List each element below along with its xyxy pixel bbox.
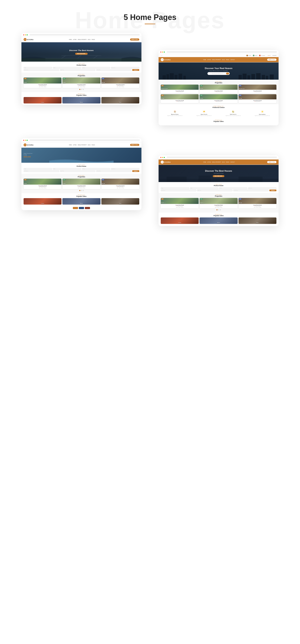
search4-minrooms[interactable]: Min Rooms — [161, 190, 196, 191]
city-card-madrid[interactable]: Madrid — [62, 97, 100, 104]
city3-card-paris[interactable]: Paris — [101, 198, 139, 204]
page-dot-2[interactable] — [81, 89, 82, 90]
page4-dot-3[interactable] — [220, 209, 221, 210]
page3-dot-2[interactable] — [81, 190, 82, 191]
nav2-contact[interactable]: CONTACT — [230, 59, 235, 60]
search4-button[interactable]: SEARCH — [269, 190, 277, 191]
page4-dot-2[interactable] — [218, 209, 219, 210]
search-offices[interactable]: Offices — [82, 67, 110, 69]
nav4-single[interactable]: SINGLE PROPERTY — [212, 162, 221, 163]
prop2-card-3[interactable]: New $40,000 $55,000 Luxury Home Family 📍… — [239, 84, 277, 94]
nav-link-blog[interactable]: BLOG — [88, 39, 91, 40]
search3-other[interactable]: Other Price — [96, 170, 132, 172]
search4-type[interactable]: Type — [161, 188, 189, 189]
search-button[interactable]: SEARCH — [132, 69, 139, 71]
page-dot-3[interactable] — [83, 89, 84, 90]
search-maxprice[interactable]: Max Price — [60, 69, 95, 71]
nav3-listing[interactable]: LISTING — [73, 144, 77, 146]
page4-dot-1[interactable] — [216, 209, 217, 210]
nav2-pages[interactable]: PAGES — [226, 59, 229, 60]
nav-link-home[interactable]: HOME — [69, 39, 72, 40]
prop2-card-5[interactable]: Rent $35,000 Luxury Home Family 📍 Sydney… — [199, 94, 237, 103]
search-bar-button[interactable]: › — [226, 72, 229, 74]
why-title-2: Buyers Trust Us — [191, 114, 217, 115]
nav-link-pages[interactable]: PAGES — [92, 39, 95, 40]
nav3-home[interactable]: HOME — [69, 144, 72, 146]
search-minrooms[interactable]: Min Rooms — [23, 69, 59, 71]
svg-line-3 — [93, 56, 98, 58]
nav3-pages[interactable]: PAGES — [92, 144, 95, 146]
nav-cta-button[interactable]: MAKE A CALL — [130, 38, 139, 40]
search3-button[interactable]: SEARCH — [132, 170, 139, 172]
search3-state[interactable]: State — [53, 168, 81, 170]
mockup1-hero-btn[interactable]: DISCOVER MORE › — [75, 53, 87, 55]
search-bar-input[interactable]: Search property by keyword... — [209, 73, 226, 74]
prop4-card-3[interactable]: New $90,000 Luxury Home Family 📍 Sydney,… — [239, 198, 277, 208]
mockup4-hero-btn[interactable]: DISCOVER NOW › — [213, 175, 225, 177]
search4-maxprice[interactable]: Max Price — [197, 190, 233, 191]
prop2-card-2[interactable]: Rent $10,000 Luxury Home Family 📍 Sydney… — [199, 84, 237, 94]
search3-minrooms[interactable]: Min Rooms — [23, 170, 59, 172]
prop2-card-6[interactable]: New $60,000 Luxury Home Family 📍 Sydney,… — [239, 94, 277, 103]
search4-other[interactable]: Other Price — [233, 190, 269, 191]
page3-dot-3[interactable] — [83, 190, 84, 191]
page-dot-1[interactable] — [79, 89, 80, 90]
prop2-card-4[interactable]: Sale $80,000 Luxury Home Family 📍 Sydney… — [161, 94, 199, 103]
city4-card-london[interactable]: London — [161, 218, 199, 224]
city4-card-madrid[interactable]: Madrid — [199, 218, 237, 224]
prop-card-2[interactable]: Rent $1,500 Luxury Home Family 📍 Sydney,… — [62, 78, 100, 88]
search-otherprice[interactable]: Other Price — [96, 69, 132, 71]
search-bedrooms[interactable]: Bedrooms — [111, 67, 139, 69]
topbar-login[interactable]: SIGN IN — [268, 55, 271, 56]
search-type[interactable]: Type — [23, 67, 52, 69]
prop2-card-1[interactable]: Sale $140,000 $160,000 Luxury Home Famil… — [161, 84, 199, 94]
nav4-home[interactable]: HOME — [203, 162, 206, 163]
nav-link-single[interactable]: SINGLE PROPERTY — [78, 39, 87, 40]
nav4-cta-button[interactable]: MAKE A CALL — [267, 161, 277, 163]
topbar-location: 📍 Our location — [259, 55, 265, 56]
prop3-card-1[interactable]: Sale $2,000 Luxury Home Family 📍 Sydney,… — [23, 178, 61, 189]
nav4-contact[interactable]: CONTACT — [230, 162, 235, 163]
city4-card-paris[interactable]: Paris — [239, 218, 277, 224]
city-card-london[interactable]: London — [23, 97, 61, 104]
search4-bedrooms[interactable]: Bedrooms — [248, 188, 277, 189]
nav3-blog[interactable]: BLOG — [88, 144, 91, 146]
prop-card-3[interactable]: New $90,000 Luxury Home Family 📍 Sydney,… — [101, 78, 139, 88]
search3-maxprice[interactable]: Max Price — [60, 170, 95, 172]
nav4-pages[interactable]: PAGES — [226, 162, 229, 163]
nav2-listing[interactable]: LISTING — [207, 59, 211, 60]
search3-type[interactable]: Type — [23, 168, 52, 170]
nav3-cta-button[interactable]: MAKE A CALL — [130, 144, 139, 146]
swatch-orange[interactable] — [73, 207, 78, 209]
nav2-blog[interactable]: BLOG — [222, 59, 225, 60]
prop4-card-2[interactable]: Rent $1,500 $3,000 Luxury Home Family 📍 … — [199, 198, 237, 208]
prop3-card-3[interactable]: New $90,000 Luxury Home Family 📍 Sydney,… — [101, 178, 139, 189]
topbar-register[interactable]: REGISTER — [273, 55, 277, 56]
phone-icon: 📞 — [246, 55, 248, 56]
mockup2-hero: Discover Your Real Heaven Listing Of All… — [158, 62, 279, 80]
search3-offices[interactable]: Offices — [82, 168, 110, 170]
search4-offices[interactable]: Offices — [219, 188, 248, 189]
search-state[interactable]: State — [53, 67, 81, 69]
nav2-single[interactable]: SINGLE PROPERTY — [212, 59, 221, 60]
city3-card-london[interactable]: London — [23, 198, 61, 204]
city3-card-madrid[interactable]: Madrid — [62, 198, 100, 204]
nav2-home[interactable]: HOME — [203, 59, 206, 60]
nav-link-listing[interactable]: LISTING — [73, 39, 77, 40]
mockup2-nav: E EVORA HOME LISTING SINGLE PROPERTY BLO… — [158, 57, 279, 62]
page3-dot-1[interactable] — [79, 190, 80, 191]
nav4-listing[interactable]: LISTING — [207, 162, 211, 163]
nav2-cta-button[interactable]: MAKE A CALL — [267, 58, 277, 61]
swatch-blue[interactable] — [79, 207, 84, 209]
prop4-card-1[interactable]: Sale $2,000 $4,000 Luxury Home Family 📍 … — [161, 198, 199, 208]
search3-bedrooms[interactable]: Bedrooms — [111, 168, 139, 170]
prop3-card-2[interactable]: Rent $1,500 Luxury Home Family 📍 Sydney,… — [62, 178, 100, 189]
nav4-blog[interactable]: BLOG — [222, 162, 225, 163]
prop-card-1[interactable]: Sale $2,000 Luxury Home Family 📍 Sydney,… — [23, 78, 61, 88]
search4-state[interactable]: State — [190, 188, 218, 189]
email-icon: ✉ — [253, 55, 254, 56]
city-card-paris[interactable]: Paris — [101, 97, 139, 104]
swatch-red[interactable] — [85, 207, 90, 209]
nav3-single[interactable]: SINGLE PROPERTY — [78, 144, 87, 146]
mockup2-logo: E EVORA — [161, 58, 171, 61]
